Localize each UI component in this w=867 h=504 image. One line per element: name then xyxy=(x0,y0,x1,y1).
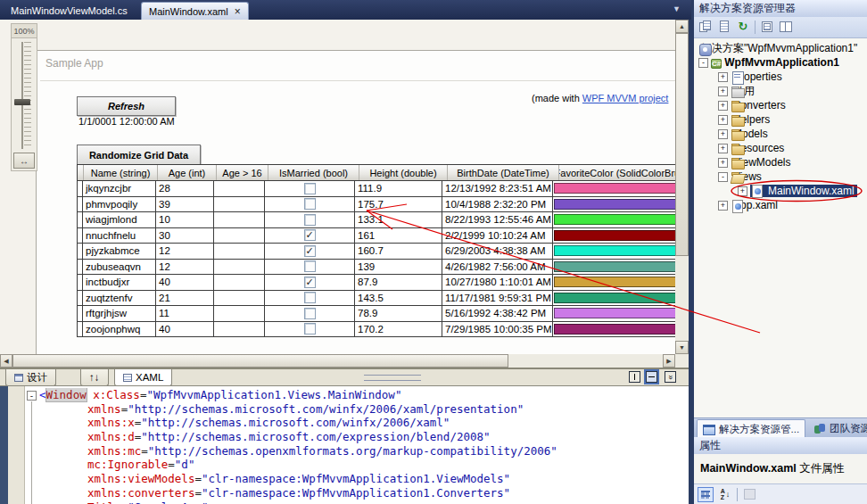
code-line[interactable]: xmlns="http://schemas.microsoft.com/winf… xyxy=(39,402,681,417)
scroll-up-button[interactable]: ▲ xyxy=(675,20,689,33)
tree-item-wpfmvvmapplication1[interactable]: -C#WpfMvvmApplication1 xyxy=(694,55,867,70)
designer-horizontal-scrollbar[interactable]: ◀ ▶ xyxy=(0,354,675,368)
table-row[interactable]: nnuchfnelu30✓1612/2/1999 10:10:24 AM xyxy=(78,228,689,244)
grid-cell[interactable]: 87.9 xyxy=(355,275,442,290)
grid-cell-ismarried[interactable] xyxy=(265,181,355,196)
chevron-down-icon[interactable]: ▼ xyxy=(673,4,681,13)
grid-cell[interactable]: 10/27/1980 1:10:01 AM xyxy=(442,275,553,290)
splitter-grip[interactable] xyxy=(364,375,421,381)
solution-explorer-titlebar[interactable]: 解决方案资源管理器 xyxy=(694,0,867,17)
grid-cell[interactable] xyxy=(214,181,265,196)
view-designer-icon[interactable] xyxy=(779,21,793,34)
grid-cell[interactable]: pjyzkabmce xyxy=(83,244,156,259)
randomize-grid-data-button[interactable]: Randomize Grid Data xyxy=(77,145,201,165)
grid-column-header[interactable]: Name (string) xyxy=(84,165,158,180)
grid-cell[interactable]: 8/22/1993 12:55:46 AM xyxy=(442,212,553,227)
grid-cell[interactable]: zoojonphwq xyxy=(83,322,156,337)
grid-cell[interactable] xyxy=(214,291,265,306)
grid-cell[interactable]: 161 xyxy=(355,228,442,244)
grid-cell[interactable]: 40 xyxy=(156,322,214,337)
code-line[interactable]: Title="Sample App" xyxy=(39,500,681,504)
grid-cell-ismarried[interactable] xyxy=(265,260,355,275)
checkbox[interactable]: ✓ xyxy=(304,229,316,241)
code-line[interactable]: xmlns:converters="clr-namespace:WpfMvvmA… xyxy=(39,486,681,500)
tree-item-viewmodels[interactable]: +ViewModels xyxy=(694,155,867,169)
checkbox[interactable] xyxy=(304,214,316,226)
tab-design[interactable]: 设计 xyxy=(5,369,56,386)
horizontal-scroll-thumb[interactable] xyxy=(12,354,508,368)
checkbox[interactable] xyxy=(304,292,316,303)
alphabetical-sort-icon[interactable]: AZ ↓ xyxy=(717,487,733,502)
grid-cell[interactable]: phmvpoqily xyxy=(83,197,156,212)
grid-cell[interactable] xyxy=(214,322,265,337)
grid-cell[interactable]: 78.9 xyxy=(355,306,442,321)
tree-item-models[interactable]: +Models xyxy=(694,127,867,141)
zoom-slider-thumb[interactable] xyxy=(14,99,30,105)
grid-cell[interactable]: 12 xyxy=(156,260,214,275)
expand-plus-icon[interactable]: + xyxy=(718,87,728,96)
grid-cell[interactable] xyxy=(214,306,265,321)
zoom-level-indicator[interactable]: 100% xyxy=(12,24,37,38)
tree-item-views[interactable]: -Views xyxy=(694,169,867,184)
expand-plus-icon[interactable]: + xyxy=(718,101,728,111)
grid-cell[interactable]: wiagjmlond xyxy=(83,212,156,227)
fit-to-screen-button[interactable]: ↔ xyxy=(13,153,35,169)
table-row[interactable]: inctbudjxr40✓87.910/27/1980 1:10:01 AM xyxy=(78,275,689,291)
table-row[interactable]: wiagjmlond10133.18/22/1993 12:55:46 AM xyxy=(78,212,689,228)
grid-column-header[interactable]: Height (double) xyxy=(359,165,448,180)
close-icon[interactable]: × xyxy=(235,7,241,16)
collapse-pane-button[interactable]: » xyxy=(665,371,676,383)
grid-cell-color[interactable] xyxy=(553,197,682,212)
grid-cell-ismarried[interactable] xyxy=(265,291,355,306)
grid-cell[interactable]: 175.7 xyxy=(355,197,442,212)
tree-item--[interactable]: +引用 xyxy=(694,84,867,98)
vertical-split-button[interactable] xyxy=(629,371,640,383)
grid-cell[interactable]: 11/17/1981 9:59:31 PM xyxy=(442,291,553,306)
collapse-minus-icon[interactable]: - xyxy=(718,172,728,182)
tab-team-explorer[interactable]: 团队资源管理器 xyxy=(808,419,867,438)
grid-cell[interactable]: 28 xyxy=(156,181,214,196)
scroll-left-button[interactable]: ◀ xyxy=(0,354,12,368)
table-row[interactable]: phmvpoqily39175.710/4/1988 2:32:20 PM xyxy=(78,197,689,213)
grid-cell[interactable]: rftgrjhjsw xyxy=(83,306,156,321)
code-line[interactable]: xmlns:viewModels="clr-namespace:WpfMvvmA… xyxy=(39,472,681,486)
grid-cell[interactable]: nnuchfnelu xyxy=(83,228,156,244)
tab-mainwindow-xaml[interactable]: MainWindow.xaml × xyxy=(141,2,249,21)
checkbox[interactable] xyxy=(304,323,316,335)
code-line[interactable]: xmlns:x="http://schemas.microsoft.com/wi… xyxy=(39,416,681,430)
grid-cell[interactable]: inctbudjxr xyxy=(83,275,156,290)
grid-cell-color[interactable] xyxy=(553,275,682,290)
tab-mainwindowviewmodel-cs[interactable]: MainWindowViewModel.cs xyxy=(4,2,135,20)
grid-column-header[interactable]: BirthDate (DateTime) xyxy=(448,165,559,180)
refresh-icon[interactable]: ↻ xyxy=(736,21,750,34)
properties-titlebar[interactable]: 属性 xyxy=(694,437,867,454)
grid-rowheader-corner[interactable] xyxy=(78,165,84,180)
grid-cell-ismarried[interactable] xyxy=(265,322,355,337)
grid-cell[interactable]: 30 xyxy=(156,228,214,244)
grid-cell[interactable]: 133.1 xyxy=(355,212,442,227)
tree-item-converters[interactable]: +Converters xyxy=(694,98,867,112)
tab-solution-explorer[interactable]: 解决方案资源管... xyxy=(697,419,805,439)
code-line[interactable]: xmlns:mc="http://schemas.openxmlformats.… xyxy=(39,444,681,459)
grid-cell[interactable]: 12/13/1992 8:23:51 AM xyxy=(442,181,553,196)
scroll-right-button[interactable]: ▶ xyxy=(663,354,675,368)
show-all-files-icon[interactable] xyxy=(717,21,731,34)
view-code-icon[interactable] xyxy=(760,21,774,34)
grid-cell[interactable]: 10/4/1988 2:32:20 PM xyxy=(442,197,553,212)
grid-cell-color[interactable] xyxy=(553,322,682,337)
grid-cell[interactable]: 143.5 xyxy=(355,291,442,306)
grid-cell-color[interactable] xyxy=(553,181,682,196)
expand-plus-icon[interactable]: + xyxy=(718,115,728,125)
expand-plus-icon[interactable]: + xyxy=(718,201,728,211)
grid-cell[interactable]: 139 xyxy=(355,260,442,275)
checkbox[interactable]: ✓ xyxy=(304,277,316,288)
properties-icon[interactable] xyxy=(698,21,713,34)
expand-plus-icon[interactable]: + xyxy=(718,129,728,139)
xaml-code-editor[interactable]: - <Window x:Class="WpfMvvmApplication1.V… xyxy=(0,386,689,504)
tree-item-properties[interactable]: +Properties xyxy=(694,70,867,84)
grid-cell-color[interactable] xyxy=(553,306,682,321)
expand-plus-icon[interactable]: + xyxy=(718,72,728,82)
grid-column-header[interactable]: Age > 16 xyxy=(217,165,268,180)
grid-cell-color[interactable] xyxy=(553,212,682,227)
checkbox[interactable] xyxy=(304,183,316,194)
